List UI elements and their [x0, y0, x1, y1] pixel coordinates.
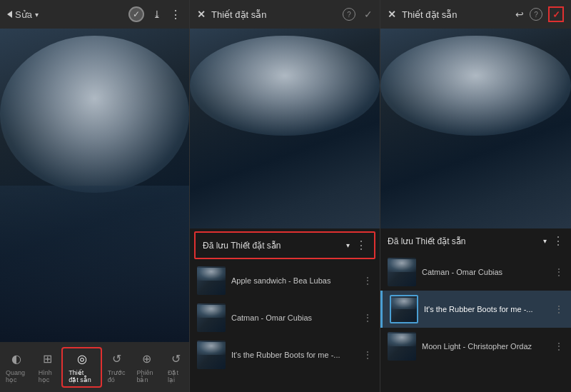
- hinhhoc-icon: ⊞: [39, 351, 55, 367]
- share-icon[interactable]: ⤓: [153, 9, 161, 20]
- right-top-bar: ✕ Thiết đặt sẵn ↩ ? ✓: [380, 0, 571, 29]
- list-item-selected[interactable]: It's the Rubber Boots for me -... ⋮: [380, 291, 571, 328]
- left-top-bar: Sửa ▾ ✓ ⤓ ⋮: [0, 0, 189, 29]
- list-thumb-1: [197, 266, 226, 295]
- middle-toolbar-icons: ? ✓: [343, 8, 373, 21]
- middle-panel-title: Thiết đặt sẵn: [211, 9, 337, 20]
- right-panel-title: Thiết đặt sẵn: [402, 9, 510, 20]
- middle-list-section: Đã lưu Thiết đặt sẵn ▾ ⋮ Apple sandwich …: [190, 228, 380, 392]
- list-item-title-1: Apple sandwich - Bea Lubas: [231, 276, 357, 285]
- right-thumb-2: [390, 295, 418, 323]
- right-item-title-1: Catman - Omar Cubias: [422, 268, 548, 276]
- panel-right: ✕ Thiết đặt sẵn ↩ ? ✓ Đã lưu Thiết đặt s…: [380, 0, 571, 392]
- check-done-icon[interactable]: ✓: [128, 6, 144, 22]
- chevron-down-icon-middle: ▾: [346, 241, 350, 249]
- middle-image-area: [190, 29, 380, 228]
- chevron-down-icon-right: ▾: [543, 237, 547, 245]
- right-list-header[interactable]: Đã lưu Thiết đặt sẵn ▾ ⋮: [380, 228, 571, 253]
- panel-left: Sửa ▾ ✓ ⤓ ⋮ ◐ Quang học ⊞ Hình học ◎ Thi…: [0, 0, 189, 392]
- cloud-image-right: [380, 29, 571, 228]
- phienban-icon: ⊕: [138, 351, 154, 367]
- checkmark-icon-middle[interactable]: ✓: [364, 9, 373, 20]
- close-button-middle[interactable]: ✕: [197, 9, 206, 20]
- list-item-title-3: It's the Rubber Boots for me -...: [231, 351, 357, 359]
- quanghoc-icon: ◐: [9, 351, 24, 367]
- right-list-section: Đã lưu Thiết đặt sẵn ▾ ⋮ Catman - Omar C…: [380, 228, 571, 392]
- back-arrow-icon: [7, 11, 12, 18]
- list-item[interactable]: It's the Rubber Boots for me -... ⋮: [190, 336, 380, 373]
- dropdown-arrow: ▾: [35, 11, 39, 19]
- undo-icon[interactable]: ↩: [515, 9, 524, 20]
- hinhhoc-label: Hình học: [39, 369, 56, 383]
- item-more-icon-2[interactable]: ⋮: [363, 312, 373, 323]
- help-icon-right[interactable]: ?: [530, 8, 542, 21]
- list-more-icon-middle[interactable]: ⋮: [355, 238, 367, 252]
- middle-list-header-title: Đã lưu Thiết đặt sẵn: [203, 241, 346, 251]
- nav-item-phienban[interactable]: ⊕ Phiên bản: [131, 348, 162, 386]
- panel-middle: ✕ Thiết đặt sẵn ? ✓ Đã lưu Thiết đặt sẵn…: [189, 0, 380, 392]
- more-options-icon[interactable]: ⋮: [170, 8, 182, 21]
- list-thumb-2: [197, 303, 226, 332]
- list-item[interactable]: Apple sandwich - Bea Lubas ⋮: [190, 262, 380, 299]
- truocdo-icon: ↺: [108, 351, 124, 367]
- nav-item-truocdo[interactable]: ↺ Trước đó: [102, 348, 131, 386]
- item-more-icon-3[interactable]: ⋮: [363, 349, 373, 361]
- middle-list-header[interactable]: Đã lưu Thiết đặt sẵn ▾ ⋮: [194, 231, 375, 259]
- cloud-image-left: [0, 29, 189, 342]
- nav-item-hinhhoc[interactable]: ⊞ Hình học: [33, 348, 62, 386]
- back-button[interactable]: Sửa ▾: [7, 9, 39, 20]
- right-thumb-3: [388, 332, 416, 361]
- datlai-label: Đặt lại: [168, 369, 183, 383]
- confirm-button-right[interactable]: ✓: [548, 6, 564, 22]
- list-item-title-2: Catman - Omar Cubias: [231, 313, 357, 322]
- quanghoc-label: Quang học: [6, 369, 27, 383]
- middle-top-bar: ✕ Thiết đặt sẵn ? ✓: [190, 0, 380, 29]
- phienban-label: Phiên bản: [136, 369, 156, 383]
- right-item-more-3[interactable]: ⋮: [554, 341, 564, 352]
- right-toolbar-icons: ↩ ? ✓: [515, 6, 564, 22]
- thietdat-label: Thiết đặt sẵn: [69, 369, 94, 383]
- list-item[interactable]: Catman - Omar Cubias ⋮: [190, 299, 380, 336]
- close-button-right[interactable]: ✕: [388, 9, 396, 20]
- right-list-header-title: Đã lưu Thiết đặt sẵn: [388, 236, 543, 246]
- nav-item-quanghoc[interactable]: ◐ Quang học: [0, 348, 33, 386]
- datlai-icon: ↺: [168, 351, 183, 367]
- thietdat-icon: ◎: [74, 351, 90, 367]
- right-image-area: [380, 29, 571, 228]
- right-item-title-2: It's the Rubber Boots for me -...: [424, 305, 548, 313]
- truocdo-label: Trước đó: [108, 369, 126, 383]
- back-label: Sửa: [15, 9, 32, 20]
- right-item-more-1[interactable]: ⋮: [554, 266, 564, 278]
- list-item[interactable]: Catman - Omar Cubias ⋮: [380, 253, 571, 291]
- item-more-icon-1[interactable]: ⋮: [363, 275, 373, 286]
- right-thumb-1: [388, 258, 416, 286]
- list-item[interactable]: Moon Light - Christopher Ordaz ⋮: [380, 328, 571, 365]
- nav-item-datlai[interactable]: ↺ Đặt lại: [162, 348, 189, 386]
- cloud-image-mid: [190, 29, 380, 228]
- list-thumb-3: [197, 341, 226, 369]
- right-item-more-2[interactable]: ⋮: [554, 303, 564, 315]
- help-icon-middle[interactable]: ?: [343, 8, 355, 21]
- left-toolbar-icons: ✓ ⤓ ⋮: [128, 6, 182, 22]
- right-item-title-3: Moon Light - Christopher Ordaz: [422, 342, 548, 351]
- left-image-area: [0, 29, 189, 342]
- bottom-nav: ◐ Quang học ⊞ Hình học ◎ Thiết đặt sẵn ↺…: [0, 342, 189, 392]
- list-more-icon-right[interactable]: ⋮: [552, 234, 564, 248]
- nav-item-thietdat[interactable]: ◎ Thiết đặt sẵn: [61, 347, 101, 388]
